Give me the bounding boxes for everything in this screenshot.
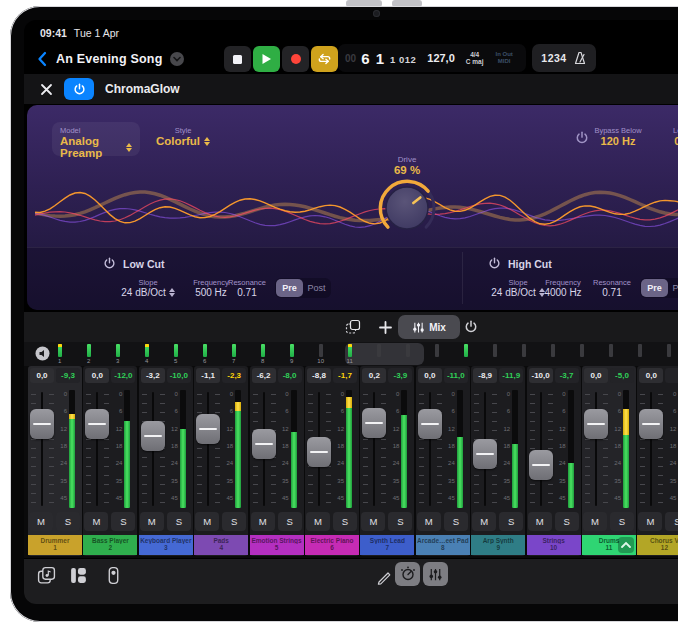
loop-browser-icon[interactable]	[37, 566, 56, 585]
overview-track[interactable]	[600, 344, 622, 365]
count-in-button[interactable]: 1234	[541, 52, 566, 64]
pre-segment[interactable]: Pre	[641, 279, 668, 297]
volume-value[interactable]: -8,9	[473, 368, 497, 383]
solo-button[interactable]: S	[111, 512, 135, 531]
mute-button[interactable]: M	[195, 512, 219, 531]
fader-handle[interactable]	[639, 409, 663, 439]
solo-button[interactable]: S	[222, 512, 246, 531]
overview-track[interactable]: 5	[165, 344, 187, 365]
model-selector[interactable]: Model Analog Preamp	[52, 122, 140, 156]
solo-button[interactable]: S	[56, 512, 80, 531]
post-segment[interactable]: Post	[303, 279, 330, 297]
overview-track[interactable]	[513, 344, 535, 365]
track-overview-strip[interactable]: 1 2 3 4 5 6 7 8 9 10 11	[24, 342, 678, 366]
stop-button[interactable]	[224, 46, 251, 72]
song-menu-button[interactable]	[170, 52, 184, 66]
volume-value[interactable]: 0,0	[30, 368, 54, 383]
overview-track[interactable]	[658, 344, 678, 365]
track-name-label[interactable]: Drummer 1	[28, 535, 82, 555]
mute-button[interactable]: M	[417, 512, 441, 531]
mixer-power-button[interactable]	[458, 315, 484, 339]
solo-button[interactable]: S	[278, 512, 302, 531]
overview-track[interactable]	[542, 344, 564, 365]
fader-handle[interactable]	[584, 409, 608, 439]
volume-value[interactable]: -10,0	[529, 368, 553, 383]
mute-button[interactable]: M	[583, 512, 607, 531]
fader-handle[interactable]	[196, 414, 220, 444]
cycle-button[interactable]	[311, 46, 338, 72]
overview-track[interactable]: 6	[194, 344, 216, 365]
track-name-label[interactable]: Bass Player 2	[83, 535, 137, 555]
track-name-label[interactable]: Electric Piano 6	[305, 535, 359, 555]
overview-track[interactable]: 1	[49, 344, 71, 365]
style-selector[interactable]: Style Colorful	[147, 126, 219, 147]
volume-value[interactable]: 0,0	[639, 368, 663, 383]
fader-handle[interactable]	[252, 429, 276, 459]
volume-value[interactable]: -6,2	[252, 368, 276, 383]
add-track-button[interactable]	[374, 315, 396, 339]
post-segment[interactable]: Post	[668, 279, 678, 297]
overview-track[interactable]: 10	[310, 344, 332, 365]
overview-track[interactable]: 11	[339, 344, 361, 365]
low-cut-slope[interactable]: Slope 24 dB/Oct	[115, 278, 181, 298]
overview-track[interactable]: 2	[78, 344, 100, 365]
solo-button[interactable]: S	[610, 512, 634, 531]
solo-button[interactable]: S	[388, 512, 412, 531]
overview-track[interactable]	[455, 344, 477, 365]
fader-icon[interactable]	[104, 566, 123, 585]
overview-track[interactable]: 4	[136, 344, 158, 365]
volume-value[interactable]: 0,0	[418, 368, 442, 383]
metronome-icon[interactable]	[573, 51, 587, 65]
track-name-label[interactable]: Pads 4	[194, 535, 248, 555]
mix-button[interactable]: Mix	[398, 315, 460, 339]
solo-button[interactable]: S	[333, 512, 357, 531]
volume-value[interactable]: -3,2	[141, 368, 165, 383]
back-chevron-icon[interactable]	[36, 51, 48, 67]
lcd-display[interactable]: 00 6 1 1 012 127,0 4/4 C maj In Out MIDI	[338, 44, 526, 72]
track-name-label[interactable]: Drums 11	[582, 535, 636, 555]
bypass-below-control[interactable]: Bypass Below 120 Hz	[587, 126, 649, 147]
song-title[interactable]: An Evening Song	[56, 52, 162, 66]
mute-button[interactable]: M	[306, 512, 330, 531]
regions-icon[interactable]	[69, 566, 88, 585]
overview-track[interactable]	[571, 344, 593, 365]
track-name-label[interactable]: Strings 10	[527, 535, 581, 555]
fader-handle[interactable]	[529, 450, 553, 480]
controls-view-button[interactable]	[395, 562, 420, 586]
solo-button[interactable]: S	[444, 512, 468, 531]
fader-handle[interactable]	[30, 409, 54, 439]
low-cut-resonance[interactable]: Resonance 0.71	[219, 278, 275, 298]
pre-segment[interactable]: Pre	[276, 279, 303, 297]
solo-button[interactable]: S	[665, 512, 678, 531]
overview-track[interactable]: 8	[252, 344, 274, 365]
volume-value[interactable]: -1,1	[196, 368, 220, 383]
track-name-label[interactable]: Arcade…eet Pad 8	[416, 535, 470, 555]
plugin-power-button[interactable]	[64, 78, 94, 100]
mute-button[interactable]: M	[528, 512, 552, 531]
solo-button[interactable]: S	[167, 512, 191, 531]
track-name-label[interactable]: Keyboard Player 3	[139, 535, 193, 555]
fader-handle[interactable]	[362, 408, 386, 438]
level-control[interactable]: Level 0.0	[657, 126, 678, 147]
fader-handle[interactable]	[85, 409, 109, 439]
mute-button[interactable]: M	[251, 512, 275, 531]
mute-button[interactable]: M	[29, 512, 53, 531]
overview-track[interactable]: 3	[107, 344, 129, 365]
mute-button[interactable]: M	[361, 512, 385, 531]
overview-track[interactable]	[397, 344, 419, 365]
track-name-label[interactable]: Chorus V 12	[637, 535, 678, 555]
fader-handle[interactable]	[418, 409, 442, 439]
duplicate-button[interactable]	[340, 315, 366, 339]
edit-mode-icon[interactable]	[376, 568, 393, 585]
high-cut-resonance[interactable]: Resonance 0.71	[584, 278, 640, 298]
overview-track[interactable]: 9	[281, 344, 303, 365]
mixer-view-button[interactable]	[423, 562, 448, 586]
track-name-label[interactable]: Emotion Strings 5	[250, 535, 304, 555]
fader-handle[interactable]	[307, 437, 331, 467]
volume-value[interactable]: 0,2	[362, 368, 386, 383]
drive-knob[interactable]	[375, 176, 439, 240]
play-button[interactable]	[253, 46, 280, 72]
volume-value[interactable]: -8,8	[307, 368, 331, 383]
overview-track[interactable]	[484, 344, 506, 365]
overview-track[interactable]	[426, 344, 448, 365]
